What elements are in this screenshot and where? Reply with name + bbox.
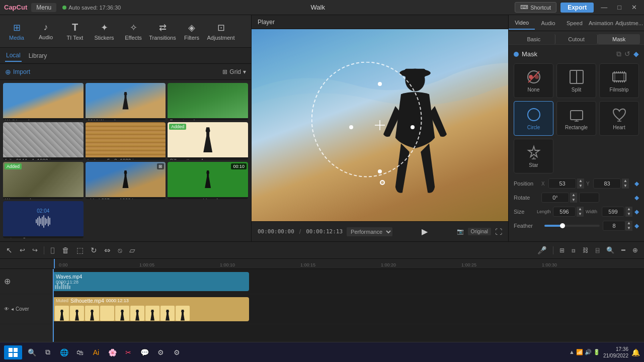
tool-filters[interactable]: ◈ Filters — [177, 19, 206, 44]
media-item[interactable]: Added Silhouette.mp4 — [168, 122, 248, 159]
len-up[interactable]: ▲ — [577, 207, 584, 212]
grid-button[interactable]: ⊞ Grid ▾ — [222, 68, 246, 75]
pos-y-up[interactable]: ▲ — [622, 178, 629, 184]
position-keyframe[interactable]: ◆ — [634, 180, 639, 187]
add-track-icon[interactable]: ⊕ — [4, 277, 11, 286]
feather-slider[interactable] — [544, 225, 600, 227]
feather-down[interactable]: ▼ — [625, 226, 632, 231]
loop-tool[interactable]: ↻ — [89, 245, 99, 256]
subtab-mask[interactable]: Mask — [598, 34, 640, 44]
size-keyframe[interactable]: ◆ — [634, 208, 639, 215]
tool-audio[interactable]: ♪ Audio — [31, 19, 60, 43]
pos-x-down[interactable]: ▼ — [577, 184, 584, 189]
performance-select[interactable]: Performance — [347, 227, 392, 236]
mask-shape-heart[interactable]: Heart — [599, 101, 639, 136]
taskbar-app5[interactable]: 🌸 — [105, 345, 120, 360]
media-item[interactable]: ⊞ girl-gb385...a_1920.jpg — [86, 162, 166, 199]
stabilize-tool[interactable]: ⍉ — [116, 245, 124, 255]
menu-button[interactable]: Menu — [31, 3, 56, 12]
crop-tool[interactable]: ⬚ — [74, 245, 86, 256]
mask-reset-icon[interactable]: ↺ — [624, 50, 630, 58]
add-track[interactable]: ⊕ — [630, 245, 640, 255]
split-tool[interactable]: ⌷ — [48, 245, 57, 255]
tab-audio[interactable]: Audio — [535, 17, 561, 29]
mask-shape-rectangle[interactable]: Rectangle — [556, 101, 596, 136]
size-length-input[interactable] — [553, 207, 576, 217]
feather-slider-thumb[interactable] — [560, 223, 565, 228]
media-item[interactable]: foil-g6144...4_1920.jpg — [3, 122, 84, 159]
shortcut-button[interactable]: ⌨ Shortcut — [515, 2, 556, 13]
start-button[interactable] — [4, 345, 22, 359]
maximize-button[interactable]: □ — [614, 3, 624, 12]
tool-transitions[interactable]: ⇄ Transitions — [148, 19, 177, 44]
undo-tool[interactable]: ↩ — [18, 245, 27, 255]
cursor-tool[interactable]: ↖ — [4, 245, 15, 256]
media-item[interactable]: 00:10 green screen vid.mp4 — [168, 162, 248, 199]
tab-video[interactable]: Video — [509, 17, 535, 30]
tab-adjustment[interactable]: Adjustme... — [614, 17, 644, 29]
rotate-handle[interactable] — [380, 180, 385, 185]
size-width-input[interactable] — [602, 207, 624, 217]
feather-input[interactable] — [603, 221, 625, 231]
mask-shape-filmstrip[interactable]: Filmstrip — [599, 63, 639, 98]
mask-copy-icon[interactable]: ⧉ — [616, 50, 621, 58]
wid-up[interactable]: ▲ — [625, 207, 632, 212]
tab-local[interactable]: Local — [5, 50, 22, 62]
mic-button[interactable]: 🎤 — [535, 245, 549, 256]
media-item[interactable]: 0910(1).mp4 — [86, 83, 166, 120]
rotate-down[interactable]: ▼ — [570, 198, 577, 203]
clip-silhouette[interactable]: Muted Silhouette.mp4 0000:12:13 — [53, 297, 249, 321]
tool-adjustment[interactable]: ⊡ Adjustment — [206, 19, 235, 44]
redo-tool[interactable]: ↪ — [30, 245, 40, 255]
mask-diamond-icon[interactable]: ◆ — [633, 50, 639, 58]
len-down[interactable]: ▼ — [577, 212, 584, 217]
notification-icon[interactable]: 🔔 — [631, 348, 640, 356]
subtab-cutout[interactable]: Cutout — [555, 34, 598, 44]
taskbar-whatsapp[interactable]: 💬 — [137, 345, 152, 360]
position-x-input[interactable] — [548, 178, 576, 189]
screenshot-button[interactable]: 📷 — [457, 228, 464, 235]
minimize-button[interactable]: — — [598, 3, 610, 12]
taskbar-taskview[interactable]: ⧉ — [40, 345, 55, 360]
tool-stickers[interactable]: ✦ Stickers — [90, 19, 119, 44]
wid-down[interactable]: ▼ — [625, 212, 632, 217]
taskbar-illustrator[interactable]: Ai — [89, 345, 104, 360]
media-item[interactable]: Walkk.mp4 — [3, 83, 84, 120]
feather-up[interactable]: ▲ — [625, 221, 632, 226]
rotate-up[interactable]: ▲ — [570, 193, 577, 198]
mask-shape-split[interactable]: Split — [556, 63, 596, 98]
rotate-keyframe[interactable]: ◆ — [634, 194, 639, 201]
mask-handle-left[interactable] — [349, 125, 353, 129]
track-lock-icon[interactable]: ◂ — [11, 306, 14, 312]
tool-text[interactable]: T TI Text — [60, 19, 90, 44]
split-toggle[interactable]: ⌸ — [594, 246, 601, 255]
taskbar-settings[interactable]: ⚙ — [169, 345, 184, 360]
view-toggle[interactable]: ⊞ — [557, 246, 567, 255]
taskbar-app8[interactable]: ⚙ — [153, 345, 168, 360]
media-item[interactable]: Added Waves.mp4 — [3, 162, 84, 199]
mask-shape-none[interactable]: None — [514, 63, 553, 98]
pos-y-down[interactable]: ▼ — [622, 184, 629, 189]
play-button[interactable]: ▶ — [422, 227, 428, 236]
taskbar-store[interactable]: 🛍 — [72, 345, 88, 360]
tab-animation[interactable]: Animation — [588, 17, 614, 29]
feather-keyframe[interactable]: ◆ — [634, 222, 639, 229]
snap-toggle[interactable]: ⧈ — [570, 246, 578, 255]
rotate-input[interactable] — [541, 193, 569, 203]
track-toggle-icon[interactable]: 👁 — [4, 306, 9, 312]
tab-speed[interactable]: Speed — [561, 17, 588, 29]
rotate-flip-input[interactable] — [579, 193, 599, 203]
delete-tool[interactable]: 🗑 — [60, 245, 71, 255]
zoom-bar[interactable]: ━ — [619, 245, 627, 255]
taskbar-search[interactable]: 🔍 — [24, 345, 39, 360]
close-button[interactable]: ✕ — [628, 3, 640, 12]
extract-tool[interactable]: ▱ — [127, 245, 137, 256]
mask-shape-star[interactable]: Star — [514, 139, 553, 173]
taskbar-edge[interactable]: 🌐 — [56, 345, 71, 360]
tab-library[interactable]: Library — [28, 50, 48, 61]
zoom-out[interactable]: 🔍 — [604, 245, 616, 255]
tool-effects[interactable]: ✧ Effects — [119, 19, 148, 44]
mask-handle-bottom[interactable] — [378, 169, 382, 173]
link-toggle[interactable]: ⛓ — [581, 246, 591, 255]
taskbar-capcut[interactable]: ✂ — [121, 345, 136, 360]
